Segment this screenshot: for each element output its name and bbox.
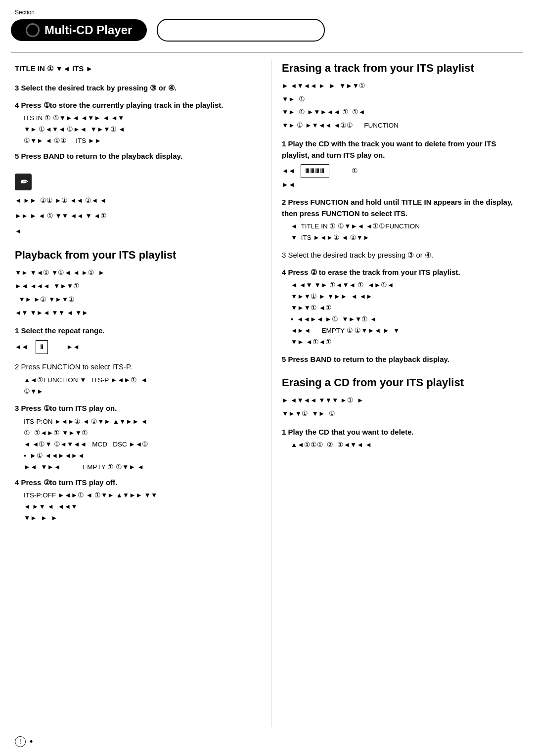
step4-sym2: ▼► ①◄▼◄ ①►◄ ▼►▼① ◄ <box>24 124 266 135</box>
step5-para: 5 Press BAND to return to the playback d… <box>15 151 266 162</box>
et-step4-para: 4 Press ② to erase the track from your I… <box>282 267 524 348</box>
pb-step2-sym: ▲◄①FUNCTION ▼ ITS-P ►◄►① ◄ <box>24 375 266 386</box>
et-step3-text: 3 Select the desired track by pressing ③… <box>282 250 524 261</box>
et-sym4: ▼► ① ►▼◄◄ ◄①① FUNCTION <box>282 120 524 132</box>
et-step5-bold: 5 Press BAND to return to the playback d… <box>282 354 524 365</box>
et-step2-sym2: ▼ ITS ►◄►① ◄ ①▼► <box>291 232 524 244</box>
step4-sym1: ITS IN ① ①▼►◄ ◄▼► ◄ ◄▼ <box>24 113 266 124</box>
header-empty-box <box>157 19 325 42</box>
et-step2-bold: 2 Press FUNCTION and hold until TITLE IN… <box>282 197 524 219</box>
erase-cd-heading: Erasing a CD from your ITS playlist <box>282 376 524 390</box>
page-wrapper: Section Multi-CD Player TITLE IN ① ▼◄ IT… <box>0 0 534 756</box>
note-icon: ✏ <box>15 174 32 190</box>
pb-step3-sym1: ITS-P:ON ►◄►① ◄ ①▼► ▲▼►► ◄ <box>24 416 266 428</box>
et-step4-bold: 4 Press ② to erase the track from your I… <box>282 267 524 278</box>
pb-step4-sym2: ◄ ►▼ ◄ ◄◄▼ <box>24 501 266 513</box>
et-sym1: ► ◄▼◄◄ ► ► ▼►▼① <box>282 81 524 92</box>
step4-bold: 4 Press ①to store the currently playing … <box>15 100 266 111</box>
et-step4-sym5: ◄►◄ EMPTY ① ①▼►◄ ► ▼ <box>291 325 524 337</box>
title-dot <box>26 23 40 37</box>
et-step1-display: ◄◄ ⅢⅢⅢⅢ ① <box>282 163 524 179</box>
playback-heading: Playback from your ITS playlist <box>15 248 266 263</box>
title-in-line: TITLE IN ① ▼◄ ITS ► <box>15 63 266 74</box>
pb-step1-para: 1 Select the repeat range. ◄◄ Ⅱ ►◄ <box>15 325 266 356</box>
pb-step3-sym4: ▪ ►① ◄◄►◄►◄ <box>24 450 266 462</box>
note-sym2: ►► ► ◄ ① ▼▼ ◄◄ ▼ ◄① <box>15 211 266 222</box>
et-step4-sym4: ▪ ◄◄►◄ ►① ▼►▼① ◄ <box>291 314 524 325</box>
bottom-circle-label: ! <box>19 738 21 745</box>
pb-step3-para: 3 Press ①to turn ITS play on. ITS-P:ON ►… <box>15 403 266 473</box>
step3-para: 3 Select the desired track by pressing ③… <box>15 83 266 94</box>
step5-bold: 5 Press BAND to return to the playback d… <box>15 151 266 162</box>
pb-sym3: ▼► ►① ▼►▼① <box>15 294 266 306</box>
ec-step1-sym: ▲◄①①① ② ①◄▼◄ ◄ <box>291 440 524 451</box>
title-box: Multi-CD Player <box>11 19 147 41</box>
pb-step4-sym3: ▼► ► ► <box>24 513 266 524</box>
ec-sym1: ► ◄▼◄◄ ▼▼▼ ►① ► <box>282 395 524 406</box>
header-bar: Multi-CD Player <box>11 19 523 42</box>
et-step2-para: 2 Press FUNCTION and hold until TITLE IN… <box>282 197 524 244</box>
et-step4-sym1: ◄ ◄▼ ▼► ①◄▼◄ ① ◄►①◄ <box>291 280 524 291</box>
pb-step3-bold: 3 Press ①to turn ITS play on. <box>15 403 266 414</box>
et-step4-sym6: ▼► ◄①◄① <box>291 337 524 348</box>
pb-step3-sym5: ►◄ ▼►◄ EMPTY ① ①▼► ◄ <box>24 462 266 473</box>
ec-step1-para: 1 Play the CD that you want to delete. ▲… <box>282 427 524 451</box>
pb-step4-bold: 4 Press ②to turn ITS play off. <box>15 477 266 489</box>
horizontal-divider <box>11 52 523 52</box>
note-sym1: ◄ ►► ①① ►① ◄◄ ①◄ ◄ <box>15 195 266 207</box>
pb-step3-sym3: ◄ ◄①▼ ①◄▼◄◄ MCD DSC ►◄① <box>24 439 266 450</box>
bottom-dot: • <box>30 737 33 747</box>
pb-step2-sym2: ①▼► <box>24 386 266 398</box>
et-step5-para: 5 Press BAND to return to the playback d… <box>282 354 524 365</box>
et-step4-sym3: ▼►▼① ◄① <box>291 303 524 314</box>
vertical-divider <box>271 59 271 727</box>
et-sym3: ▼► ① ►▼►◄◄ ① ①◄ <box>282 107 524 118</box>
et-step1-para: 1 Play the CD with the track you want to… <box>282 138 524 191</box>
bottom-bar: ! • <box>15 736 33 747</box>
pb-sym1: ▼► ▼◄① ▼①◄ ◄ ►① ► <box>15 267 266 279</box>
display-box-II: Ⅱ <box>36 340 48 354</box>
et-step1-bold: 1 Play the CD with the track you want to… <box>282 138 524 161</box>
pb-sym4: ◄▼ ▼►◄ ▼▼ ◄ ▼► <box>15 308 266 319</box>
erase-track-heading: Erasing a track from your ITS playlist <box>282 61 524 76</box>
et-step4-sym2: ▼►▼① ► ▼►► ◄ ◄► <box>291 291 524 303</box>
pb-step4-sym1: ITS-P:OFF ►◄►① ◄ ①▼► ▲▼►► ▼▼ <box>24 490 266 501</box>
et-step1-display2: ►◄ <box>282 179 524 191</box>
note-sym3: ◄ <box>15 226 266 237</box>
step4-sym3: ①▼► ◄ ①① ITS ►► <box>24 135 266 147</box>
et-step3-para: 3 Select the desired track by pressing ③… <box>282 250 524 261</box>
step4-para: 4 Press ①to store the currently playing … <box>15 100 266 147</box>
left-column: TITLE IN ① ▼◄ ITS ► 3 Select the desired… <box>15 59 266 528</box>
pb-step2-para: 2 Press FUNCTION to select ITS-P. ▲◄①FUN… <box>15 361 266 397</box>
pb-step4-para: 4 Press ②to turn ITS play off. ITS-P:OFF… <box>15 477 266 524</box>
pb-step3-sym2: ① ①◄►① ▼►▼① <box>24 428 266 439</box>
page-title: Multi-CD Player <box>44 23 132 37</box>
right-column: Erasing a track from your ITS playlist ►… <box>282 59 524 457</box>
et-step2-sym1: ◄ TITLE IN ① ①▼►◄ ◄①①FUNCTION <box>291 221 524 232</box>
display-box-bars: ⅢⅢⅢⅢ <box>301 164 329 178</box>
ec-step1-bold: 1 Play the CD that you want to delete. <box>282 427 524 438</box>
pb-step1-bold: 1 Select the repeat range. <box>15 325 266 337</box>
ec-sym2: ▼►▼① ▼► ① <box>282 408 524 420</box>
pb-sym2: ►◄ ◄◄◄ ▼►▼① <box>15 281 266 292</box>
bottom-circle: ! <box>15 736 26 747</box>
et-sym2: ▼► ① <box>282 94 524 105</box>
pb-step2-text: 2 Press FUNCTION to select ITS-P. <box>15 361 266 373</box>
step3-text: 3 Select the desired track by pressing ③… <box>15 83 266 94</box>
pb-step1-display: ◄◄ Ⅱ ►◄ <box>15 339 266 356</box>
section-label: Section <box>15 9 35 16</box>
